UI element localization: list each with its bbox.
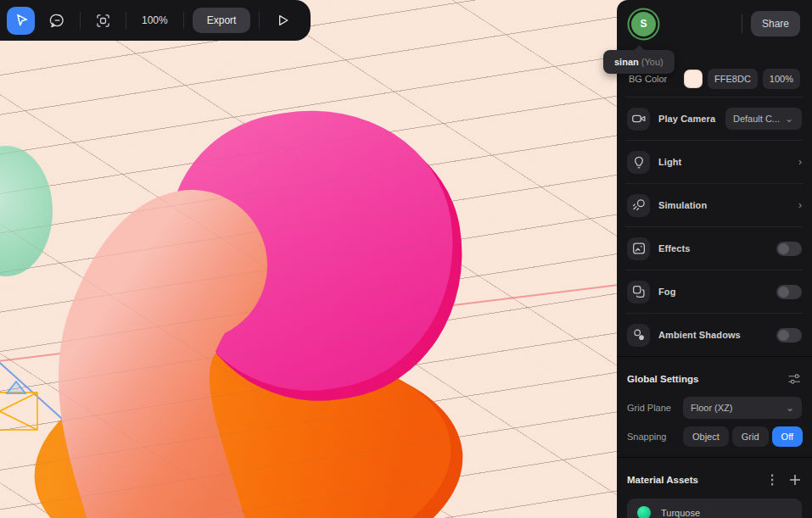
grain-texture (0, 0, 617, 518)
fog-label: Fog (658, 287, 768, 297)
play-icon (274, 12, 291, 29)
play-camera-row: Play Camera Default C... ⌄ (617, 97, 812, 140)
simulation-label: Simulation (658, 200, 790, 210)
user-tooltip: sinan (You) (603, 50, 675, 74)
effects-icon (627, 237, 650, 260)
snap-grid-button[interactable]: Grid (732, 426, 769, 447)
chevron-down-icon: ⌄ (785, 113, 793, 125)
grid-plane-value: Floor (XZ) (691, 403, 733, 413)
app-window: 100% Export S Share sinan (You) BG Color… (0, 0, 812, 518)
play-camera-value: Default C... (733, 114, 780, 124)
effects-row: Effects (617, 227, 812, 270)
chevron-right-icon: › (798, 199, 802, 211)
avatar[interactable]: S (631, 12, 656, 36)
toolbar-divider (259, 12, 260, 29)
comment-icon (48, 12, 66, 30)
cursor-icon (12, 11, 31, 30)
zoom-level[interactable]: 100% (135, 14, 175, 26)
effects-label: Effects (658, 243, 768, 253)
material-item-turquose[interactable]: Turquose (627, 499, 802, 518)
frame-tool-button[interactable] (89, 7, 117, 35)
play-button[interactable] (268, 7, 296, 35)
bg-color-label: BG Color (629, 74, 679, 84)
fog-row: Fog (617, 270, 812, 313)
play-camera-label: Play Camera (658, 114, 717, 124)
tooltip-you-suffix: (You) (641, 57, 664, 67)
material-name: Turquose (661, 508, 700, 518)
tooltip-username: sinan (614, 57, 639, 67)
toolbar-divider (80, 12, 81, 29)
material-assets-section: Material Assets Turquose (617, 458, 812, 518)
bg-color-swatch[interactable] (684, 70, 703, 88)
fog-icon (627, 281, 650, 304)
grid-plane-label: Grid Plane (627, 403, 683, 413)
toolbar-divider (126, 12, 126, 29)
bg-color-opacity-field[interactable]: 100% (763, 69, 800, 89)
light-row[interactable]: Light › (617, 141, 812, 183)
ambient-shadows-label: Ambient Shadows (658, 330, 768, 340)
global-settings-title: Global Settings (627, 374, 787, 384)
share-button[interactable]: Share (751, 11, 800, 36)
toolbar-divider (183, 12, 184, 29)
properties-panel: S Share sinan (You) BG Color FFE8DC 100%… (617, 0, 812, 518)
snap-object-button[interactable]: Object (683, 426, 729, 447)
grid-plane-row: Grid Plane Floor (XZ) ⌄ (627, 396, 802, 420)
simulation-icon (627, 194, 650, 217)
material-sphere-icon (637, 506, 651, 518)
sliders-icon[interactable] (787, 371, 802, 387)
light-label: Light (658, 157, 790, 167)
panel-header: S Share (617, 0, 812, 47)
snapping-row: Snapping Object Grid Off (627, 425, 802, 448)
salmon-tube-object[interactable] (0, 0, 617, 518)
add-material-icon[interactable] (788, 473, 802, 487)
simulation-row[interactable]: Simulation › (617, 184, 812, 226)
chevron-down-icon: ⌄ (786, 402, 794, 414)
material-assets-title: Material Assets (627, 475, 766, 485)
frame-icon (94, 12, 112, 30)
header-divider (742, 14, 742, 33)
grid-plane-dropdown[interactable]: Floor (XZ) ⌄ (683, 397, 802, 419)
ambient-shadows-icon (627, 324, 650, 347)
lightbulb-icon (627, 151, 650, 174)
chevron-right-icon: › (798, 156, 802, 168)
effects-toggle[interactable] (776, 242, 802, 256)
play-camera-dropdown[interactable]: Default C... ⌄ (725, 108, 802, 130)
global-settings-section: Global Settings Grid Plane Floor (XZ) ⌄ … (617, 357, 812, 457)
select-tool-button[interactable] (7, 7, 35, 35)
comment-tool-button[interactable] (43, 7, 71, 35)
fog-toggle[interactable] (776, 285, 802, 299)
main-toolbar: 100% Export (0, 0, 311, 41)
camera-icon (627, 108, 650, 131)
snapping-label: Snapping (627, 432, 683, 442)
ambient-shadows-toggle[interactable] (776, 328, 802, 343)
bg-color-hex-field[interactable]: FFE8DC (708, 69, 758, 89)
snap-off-button[interactable]: Off (772, 426, 803, 447)
more-options-icon[interactable] (766, 473, 778, 487)
export-button[interactable]: Export (193, 8, 251, 33)
ambient-shadows-row: Ambient Shadows (617, 314, 812, 356)
